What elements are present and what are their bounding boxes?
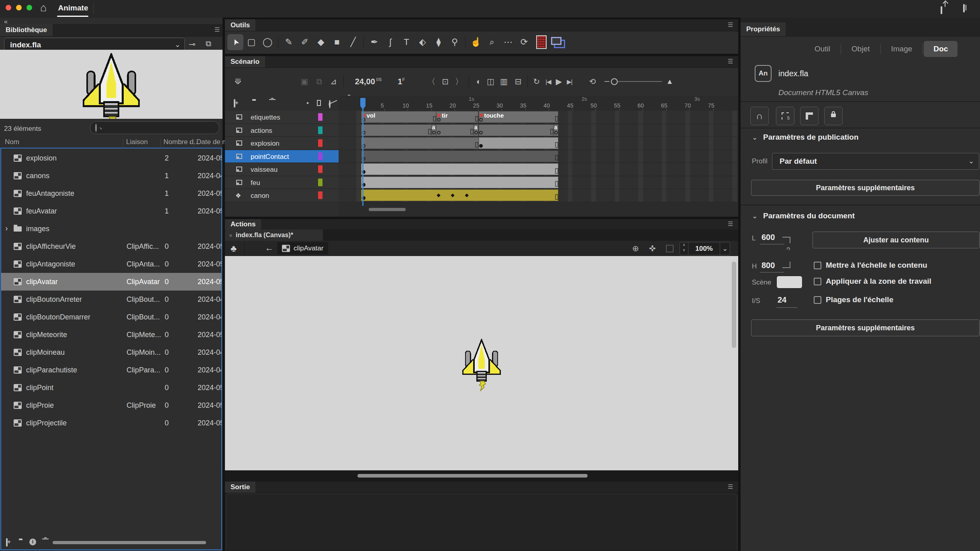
frame-row-explosion[interactable] [339,137,738,150]
minimize-window-button[interactable] [16,5,22,10]
home-button[interactable]: ⌂ [40,2,47,14]
rulers-button[interactable] [800,107,819,125]
layer-row-pointContact[interactable]: pointContact [225,150,339,163]
outline-column-icon[interactable] [317,100,321,106]
tab-image[interactable]: Image [882,41,922,57]
pin-library-icon[interactable]: ⊸ [189,39,196,49]
script-document-tab[interactable]: × index.fla (Canvas)* [225,230,323,241]
classic-brush-tool-icon[interactable]: ✐ [297,34,313,50]
frame-row-etiquettes[interactable]: ⚑vol⚑tir⚑touche [339,111,738,124]
step-forward-icon[interactable]: ▶| [567,79,572,85]
layer-outline-color-swatch[interactable] [318,113,323,121]
column-nom[interactable]: Nom [5,138,19,146]
list-item[interactable]: clipParachutisteClipPara...02024-04 [1,361,221,379]
center-stage-icon[interactable]: ⊕ [632,244,639,253]
tab-library[interactable]: Bibliothèque [0,24,53,36]
text-tool-icon[interactable]: T [398,34,414,50]
new-symbol-icon[interactable] [6,538,8,547]
list-item[interactable]: ›images [1,220,221,238]
fps-display[interactable]: 24,00 I/S [355,77,382,86]
publish-more-settings-button[interactable]: Paramètres supplémentaires [751,180,980,196]
bone-tool-icon[interactable]: ʃ [382,34,398,50]
fit-to-content-button[interactable]: Ajuster au contenu [813,232,980,248]
frame-row-actions[interactable]: aaa [339,124,738,137]
zoom-tool-icon[interactable]: ⌕ [484,34,500,50]
fps-value[interactable]: 24 [778,295,786,305]
list-item[interactable]: feuAntagoniste12024-05 [1,185,221,202]
frame-span[interactable] [361,189,558,201]
layer-stack-icon[interactable]: ⟱ [235,77,241,85]
zoom-dropdown-button[interactable]: ⌄ [720,242,730,255]
search-input[interactable] [104,123,214,132]
hand-tool-icon[interactable]: ☝ [468,34,484,50]
lock-guides-button[interactable] [824,107,843,125]
document-more-settings-button[interactable]: Paramètres supplémentaires [751,319,980,336]
scene-icon[interactable]: ♣ [231,243,237,254]
layer-row-vaisseau[interactable]: vaisseau [225,163,339,176]
layer-row-feu[interactable]: feu [225,176,339,189]
scale-content-checkbox[interactable] [814,262,821,269]
frame-span[interactable] [361,124,432,136]
layer-outline-color-swatch[interactable] [318,126,323,134]
tab-tools[interactable]: Outils [225,19,255,31]
snap-align-button[interactable] [776,107,794,125]
graph-editor-icon[interactable]: ⊿ [330,77,337,85]
property-keyframe-diamond[interactable]: ◆ [437,193,440,197]
list-item[interactable]: clipPoint02024-05 [1,379,221,396]
frame-span[interactable] [479,137,559,149]
column-date[interactable]: Date de m [196,138,228,146]
timeline-zoom-max-icon[interactable]: ▲ [666,77,673,86]
collapse-section-icon[interactable]: ⌄ [752,213,757,220]
snap-to-objects-button[interactable]: ∩ [750,107,769,125]
frame-span[interactable] [361,137,479,149]
center-frame-icon[interactable]: ⊡ [442,77,449,85]
frame-ruler[interactable]: 1s2s3s51015202530354045505560657075 [339,96,738,111]
loop-icon[interactable]: ↻ [533,77,540,85]
sort-descending-icon[interactable]: ↓ [189,138,192,145]
apply-to-workspace-checkbox[interactable] [814,278,821,285]
step-back-icon[interactable]: |◀ [545,79,551,85]
list-item[interactable]: feuAvatar12024-05 [1,202,221,220]
spaceship-sprite-stage[interactable] [461,339,502,391]
keyframe-hollow[interactable] [479,131,483,134]
scale-ranges-checkbox[interactable] [814,296,821,304]
stage-vertical-scrollbar[interactable] [732,262,736,348]
frame-row-pointContact[interactable] [339,150,738,163]
keyframe-hollow[interactable] [437,118,441,122]
back-arrow-icon[interactable]: ← [265,243,274,253]
actions-panel-menu-icon[interactable]: ☰ [728,221,733,227]
document-tab[interactable]: Animate [58,4,88,12]
free-transform-tool-icon[interactable]: ▢ [243,34,259,50]
pan-tool-icon[interactable]: ✜ [649,244,656,253]
library-search-box[interactable] [90,121,219,134]
list-item[interactable]: clipBoutonDemarrerClipBout...02024-04 [1,308,221,326]
layer-depth-icon[interactable] [554,40,565,48]
tab-actions[interactable]: Actions [225,219,261,230]
eyedropper-tool-icon[interactable]: ⧫ [431,34,447,50]
width-value[interactable]: 600 [762,233,775,242]
layer-parenting-icon[interactable]: ⧉ [316,77,322,85]
height-value[interactable]: 800 [762,261,775,270]
onion-skin-icon[interactable]: ◐ [476,77,481,85]
keyframe-filled[interactable] [479,144,483,148]
camera-icon[interactable]: ▣ [301,77,308,85]
lasso-tool-icon[interactable]: ◯ [259,34,276,50]
collapse-section-icon[interactable]: ⌄ [752,134,757,141]
timeline-panel-menu-icon[interactable]: ☰ [728,58,733,64]
new-library-panel-icon[interactable]: ⧉ [206,39,211,48]
breadcrumb-symbol[interactable]: clipAvatar [277,242,328,254]
frame-row-vaisseau[interactable] [339,163,738,176]
paint-bucket-tool-icon[interactable]: ⬖ [414,34,431,50]
layer-row-canon[interactable]: ❖canon [225,189,339,202]
insert-frame-icon[interactable]: ⊟ [515,77,522,85]
zoom-stepper[interactable]: ˄ ˅ [680,242,688,255]
frame-row-canon[interactable]: ◆◆◆ [339,189,738,202]
close-window-button[interactable] [6,5,11,10]
layer-outline-color-swatch[interactable] [318,179,323,186]
tab-objet[interactable]: Objet [842,41,879,57]
next-frame-icon[interactable]: 〉 [455,77,463,85]
colors-grid-icon[interactable] [536,35,547,49]
property-keyframe-diamond[interactable]: ◆ [451,193,454,197]
zoom-level-field[interactable]: 100% [688,242,720,255]
library-horizontal-scrollbar[interactable] [53,541,206,544]
